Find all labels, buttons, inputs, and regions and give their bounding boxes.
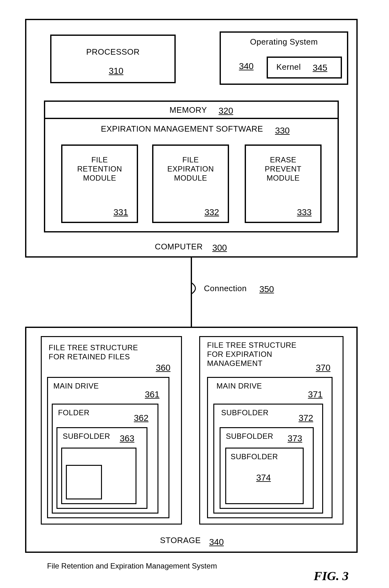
processor-label: PROCESSOR — [82, 47, 144, 57]
os-label: Operating System — [245, 37, 323, 47]
page-canvas: PROCESSOR 310 Operating System 340 Kerne… — [0, 0, 389, 588]
kernel-label: Kernel — [273, 62, 304, 72]
retained-tree-l2-label: FOLDER — [58, 408, 121, 417]
expiration-tree-l3-label: SUBFOLDER — [226, 432, 289, 441]
memory-divider — [44, 118, 339, 119]
ems-ref: 330 — [273, 126, 292, 136]
storage-ref: 340 — [207, 537, 226, 547]
expiration-tree-l2-label: SUBFOLDER — [221, 408, 284, 417]
expiration-tree-ref: 370 — [314, 363, 333, 373]
computer-ref: 300 — [210, 243, 229, 253]
storage-label: STORAGE — [157, 536, 204, 545]
retained-tree-l3-ref: 363 — [118, 433, 136, 444]
module-erase-prevent-ref: 333 — [295, 207, 314, 217]
figure-number: FIG. 3 — [314, 569, 349, 583]
caption: File Retention and Expiration Management… — [47, 562, 217, 570]
expiration-tree-title: FILE TREE STRUCTURE FOR EXPIRATION MANAG… — [207, 341, 314, 368]
kernel-ref: 345 — [311, 63, 329, 73]
processor-ref: 310 — [107, 66, 125, 76]
os-ref: 340 — [237, 61, 256, 71]
module-file-expiration-ref: 332 — [202, 207, 221, 217]
retained-tree-l3-label: SUBFOLDER — [63, 432, 125, 441]
module-file-retention-label: FILE RETENTION MODULE — [61, 155, 138, 182]
connection-ref: 350 — [257, 284, 276, 294]
connection-arc-icon — [191, 283, 203, 295]
computer-label: COMPUTER — [151, 242, 207, 252]
expiration-tree-l2-ref: 372 — [296, 413, 315, 423]
retained-tree-l1-label: MAIN DRIVE — [53, 382, 116, 391]
connection-label: Connection — [204, 284, 254, 293]
expiration-tree-l1-ref: 371 — [306, 389, 325, 400]
retained-tree-l1-ref: 361 — [143, 389, 162, 400]
expiration-tree-l4-label: SUBFOLDER — [231, 452, 293, 461]
retained-tree-l5 — [66, 465, 102, 499]
module-file-expiration-label: FILE EXPIRATION MODULE — [152, 155, 229, 182]
retained-tree-title: FILE TREE STRUCTURE FOR RETAINED FILES — [49, 343, 155, 362]
module-erase-prevent-label: ERASE PREVENT MODULE — [245, 155, 322, 182]
expiration-tree-l3-ref: 373 — [285, 433, 304, 444]
module-file-retention-ref: 331 — [111, 207, 130, 217]
memory-label: MEMORY — [166, 105, 210, 115]
retained-tree-ref: 360 — [154, 363, 173, 373]
expiration-tree-l4-ref: 374 — [254, 473, 273, 483]
expiration-tree-l1-label: MAIN DRIVE — [216, 382, 279, 391]
memory-ref: 320 — [216, 106, 235, 116]
retained-tree-l2-ref: 362 — [132, 413, 151, 423]
ems-label: EXPIRATION MANAGEMENT SOFTWARE — [94, 124, 270, 134]
